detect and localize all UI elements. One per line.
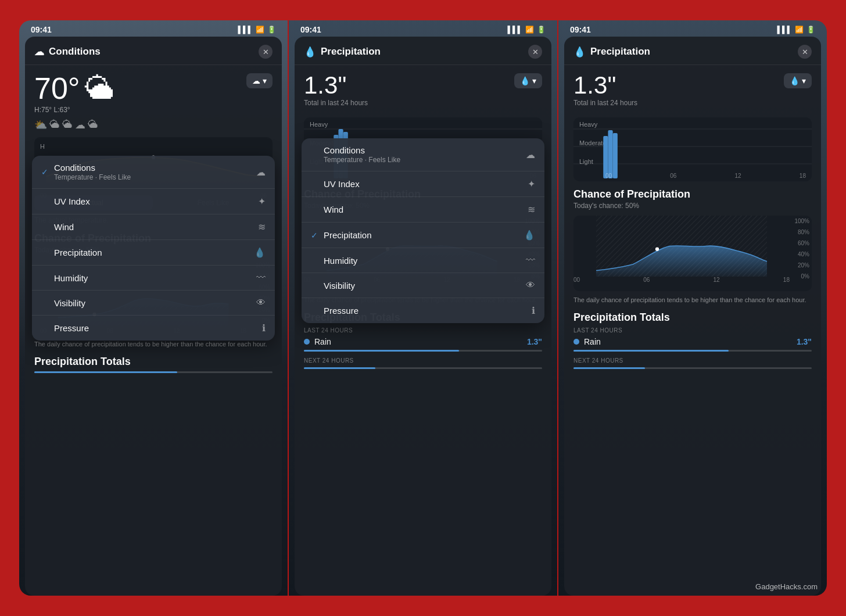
rain-dot-3 [573, 339, 579, 345]
dropdown-item-left-wind: ✓ Wind [41, 222, 74, 232]
rain-value-2: 1.3" [527, 337, 542, 346]
y3-40: 40% [794, 251, 809, 257]
dropdown-item-humidity[interactable]: ✓ Humidity 〰 [32, 266, 275, 291]
dropdown2-item-humidity[interactable]: ✓ Humidity 〰 [302, 248, 544, 273]
outer-frame: 09:41 ▌▌▌ 📶 🔋 ☁ Conditions ✕ 70° [19, 20, 827, 596]
dropdown-pressure-label: Pressure [54, 323, 89, 333]
dropdown-menu-1[interactable]: ✓ Conditions Temperature · Feels Like ☁ … [32, 156, 275, 341]
dropdown-uv-label: UV Index [54, 196, 90, 206]
px3-18: 18 [783, 277, 790, 283]
y3-80: 80% [794, 229, 809, 235]
dropdown2-left-precip: ✓ Precipitation [311, 230, 372, 240]
dropdown2-visibility-label: Visibility [324, 281, 355, 291]
precip-chart-area-3: 100% 80% 60% 40% 20% 0% 00 06 12 18 [573, 216, 812, 291]
precip-sub-3: Total in last 24 hours [573, 99, 637, 107]
dropdown2-item-conditions[interactable]: ✓ Conditions Temperature · Feels Like ☁ [302, 138, 544, 171]
dropdown-conditions-icon: ☁ [256, 167, 266, 178]
dropdown2-item-visibility[interactable]: ✓ Visibility 👁 [302, 273, 544, 298]
precip-note-3: The daily chance of precipitation tends … [573, 296, 812, 305]
status-icons-1: ▌▌▌ 📶 🔋 [238, 26, 276, 34]
status-bar-3: 09:41 ▌▌▌ 📶 🔋 [558, 20, 827, 37]
precip-fill-3 [573, 350, 729, 352]
dropdown-humidity-label: Humidity [54, 273, 88, 283]
status-bar-1: 09:41 ▌▌▌ 📶 🔋 [19, 20, 288, 37]
precip-chance-title-3: Chance of Precipitation [573, 188, 812, 200]
selector-btn-2[interactable]: 💧 ▾ [514, 73, 542, 88]
dropdown2-visibility-icon: 👁 [526, 280, 535, 291]
svg-rect-18 [613, 133, 618, 178]
dropdown-item-pressure[interactable]: ✓ Pressure ℹ [32, 316, 275, 341]
precip-amount-3: 1.3" Total in last 24 hours [573, 73, 637, 115]
dropdown-conditions-sub: Temperature · Feels Like [54, 173, 131, 181]
next24-track-3 [573, 367, 812, 369]
selector-chevron-3: ▾ [802, 76, 806, 85]
close-btn-1[interactable]: ✕ [259, 45, 273, 59]
check-conditions: ✓ [41, 167, 51, 177]
precip-bar-2 [304, 350, 542, 352]
selector-btn-1[interactable]: ☁ ▾ [246, 73, 273, 88]
precip-rain-row-2: Rain 1.3" [304, 337, 542, 346]
hourly-icon-2: 🌥 [49, 119, 60, 131]
dropdown2-item-precip[interactable]: ✓ Precipitation 💧 [302, 223, 544, 248]
precip-bar-fill-1 [34, 371, 177, 373]
precip-bar-3 [573, 350, 812, 352]
temp-value: 70° [34, 73, 80, 103]
dropdown-item-precip[interactable]: ✓ Precipitation 💧 [32, 240, 275, 266]
selector-chevron-2: ▾ [532, 76, 536, 85]
rain-label-3: Rain [584, 337, 601, 346]
panel-precipitation-3: 09:41 ▌▌▌ 📶 🔋 💧 Precipitation ✕ 1.3" T [558, 20, 827, 596]
dropdown-item-wind[interactable]: ✓ Wind ≋ [32, 214, 275, 240]
dropdown-item-conditions[interactable]: ✓ Conditions Temperature · Feels Like ☁ [32, 156, 275, 189]
close-btn-3[interactable]: ✕ [798, 45, 812, 59]
dropdown2-item-wind[interactable]: ✓ Wind ≋ [302, 197, 544, 223]
weather-card-precip-2: 💧 Precipitation ✕ 1.3" Total in last 24 … [295, 37, 551, 596]
dropdown-wind-icon: ≋ [258, 221, 266, 232]
dropdown2-item-pressure[interactable]: ✓ Pressure ℹ [302, 298, 544, 323]
dropdown-visibility-label: Visibility [54, 298, 85, 308]
signal-icon-2: ▌▌▌ [507, 26, 522, 34]
hourly-icon-5: 🌥 [88, 119, 98, 131]
header-drop-icon-2: 💧 [304, 46, 316, 58]
close-btn-2[interactable]: ✕ [528, 45, 542, 59]
y3-100: 100% [794, 218, 809, 224]
precip-chance-sub-3: Today's chance: 50% [573, 202, 812, 210]
precip-sub-2: Total in last 24 hours [304, 99, 368, 107]
intensity-x-labels-3: 00 06 12 18 [605, 173, 806, 179]
dropdown-item-uv[interactable]: ✓ UV Index ✦ [32, 189, 275, 214]
intensity-grid-3 [573, 117, 812, 181]
status-bar-2: 09:41 ▌▌▌ 📶 🔋 [289, 20, 557, 37]
dropdown-item-visibility[interactable]: ✓ Visibility 👁 [32, 291, 275, 316]
dropdown-conditions-label: Conditions [54, 163, 131, 173]
precip-rain-row-3: Rain 1.3" [573, 337, 812, 346]
dropdown2-conditions-sub: Temperature · Feels Like [324, 156, 400, 164]
selector-btn-3[interactable]: 💧 ▾ [784, 73, 812, 88]
y3-60: 60% [794, 240, 809, 246]
dropdown-precip-icon: 💧 [254, 247, 266, 258]
hi-lo: H:75° L:63° [34, 106, 273, 114]
dropdown2-conditions-icon: ☁ [526, 149, 535, 160]
temp-display: 70° 🌥 ☁ ▾ [34, 73, 273, 103]
px3-00: 00 [573, 277, 580, 283]
lo-label: L: [54, 106, 60, 114]
dropdown2-uv-icon: ✦ [528, 178, 535, 189]
status-time-1: 09:41 [31, 25, 52, 34]
card-content-3: 1.3" Total in last 24 hours 💧 ▾ Heavy Mo… [564, 65, 821, 596]
dropdown-menu-2[interactable]: ✓ Conditions Temperature · Feels Like ☁ … [302, 138, 544, 323]
px3-12: 12 [714, 277, 720, 283]
precip-bar-track-1 [34, 371, 273, 373]
wifi-icon-2: 📶 [525, 26, 534, 34]
signal-icon: ▌▌▌ [238, 26, 253, 34]
dropdown-wind-label: Wind [54, 222, 74, 232]
dropdown-conditions-text: Conditions Temperature · Feels Like [54, 163, 131, 181]
status-icons-3: ▌▌▌ 📶 🔋 [777, 26, 815, 34]
card-header-precip-3: 💧 Precipitation ✕ [564, 37, 821, 65]
hourly-icon-4: ☁ [75, 119, 85, 131]
dropdown-humidity-icon: 〰 [256, 273, 266, 283]
dropdown2-left-visibility: ✓ Visibility [311, 281, 355, 291]
hourly-row: ⛅ 🌥 🌥 ☁ 🌥 [34, 119, 273, 131]
battery-icon-3: 🔋 [806, 26, 815, 34]
next24-label-3: NEXT 24 HOURS [573, 357, 812, 364]
panel-conditions: 09:41 ▌▌▌ 📶 🔋 ☁ Conditions ✕ 70° [19, 20, 288, 596]
dropdown2-item-uv[interactable]: ✓ UV Index ✦ [302, 171, 544, 197]
dropdown-item-left-pressure: ✓ Pressure [41, 323, 89, 333]
